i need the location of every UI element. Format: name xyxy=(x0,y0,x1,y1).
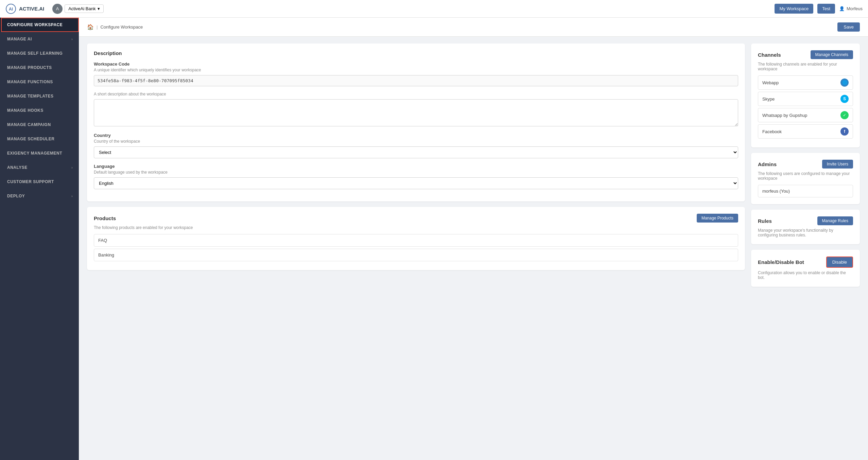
description-group: A short description about the workspace xyxy=(94,92,738,127)
products-header: Products Manage Products xyxy=(94,214,738,223)
sidebar-item-manage-products[interactable]: MANAGE PRODUCTS xyxy=(0,60,79,75)
products-card: Products Manage Products The following p… xyxy=(87,207,745,270)
products-hint: The following products are enabled for y… xyxy=(94,225,738,230)
channel-item-skype: Skype S xyxy=(758,92,853,106)
sidebar-label-exigency-management: EXIGENCY MANAGEMENT xyxy=(7,151,62,156)
admin-user-item: morfeus (You) xyxy=(758,185,853,197)
products-card-title: Products xyxy=(94,215,116,221)
workspace-code-label: Workspace Code xyxy=(94,61,738,67)
language-hint: Default language used by the workspace xyxy=(94,170,738,175)
workspace-selector[interactable]: A ActiveAi Bank ▾ xyxy=(52,4,104,14)
invite-users-button[interactable]: Invite Users xyxy=(822,160,853,169)
skype-icon: S xyxy=(840,95,849,103)
manage-rules-button[interactable]: Manage Rules xyxy=(817,216,853,225)
rules-card: Rules Manage Rules Manage your workspace… xyxy=(751,210,860,244)
rules-title: Rules xyxy=(758,218,772,224)
navbar: AI ACTIVE.AI A ActiveAi Bank ▾ My Worksp… xyxy=(0,0,868,18)
navbar-right: My Workspace Test 👤 Morfeus xyxy=(775,4,863,14)
description-textarea[interactable] xyxy=(94,99,738,126)
product-item-banking: Banking xyxy=(94,249,738,261)
breadcrumb: 🏠 | Configure Workspace Save xyxy=(79,18,868,37)
user-name-label: Morfeus xyxy=(847,6,863,11)
channels-header: Channels Manage Channels xyxy=(758,50,853,59)
content-area: Description Workspace Code A unique iden… xyxy=(79,37,868,294)
workspace-code-hint: A unique identifier which uniquely ident… xyxy=(94,68,738,72)
workspace-avatar: A xyxy=(52,4,63,14)
description-card-title: Description xyxy=(94,50,738,56)
rules-hint: Manage your workspace's functionality by… xyxy=(758,228,853,237)
app-title: ACTIVE.AI xyxy=(19,6,44,12)
sidebar-item-manage-functions[interactable]: MANAGE FUNCTIONS xyxy=(0,75,79,89)
sidebar-item-manage-scheduler[interactable]: MANAGE SCHEDULER xyxy=(0,132,79,146)
workspace-code-group: Workspace Code A unique identifier which… xyxy=(94,61,738,86)
channels-card: Channels Manage Channels The following c… xyxy=(751,43,860,147)
svg-text:AI: AI xyxy=(9,7,13,12)
sidebar-label-configure-workspace: CONFIGURE WORKSPACE xyxy=(7,22,63,27)
sidebar-label-manage-functions: MANAGE FUNCTIONS xyxy=(7,79,53,84)
country-label: Country xyxy=(94,133,738,138)
language-select[interactable]: English xyxy=(94,177,738,189)
country-group: Country Country of the workspace Select xyxy=(94,133,738,158)
right-column: Channels Manage Channels The following c… xyxy=(751,43,860,287)
description-hint: A short description about the workspace xyxy=(94,92,738,96)
country-select[interactable]: Select xyxy=(94,146,738,158)
manage-channels-button[interactable]: Manage Channels xyxy=(811,50,853,59)
description-card: Description Workspace Code A unique iden… xyxy=(87,43,745,201)
sidebar-label-manage-products: MANAGE PRODUCTS xyxy=(7,65,52,70)
app-logo: AI ACTIVE.AI xyxy=(5,3,44,14)
sidebar-item-configure-workspace[interactable]: CONFIGURE WORKSPACE xyxy=(0,18,79,32)
left-column: Description Workspace Code A unique iden… xyxy=(87,43,745,287)
sidebar-label-manage-scheduler: MANAGE SCHEDULER xyxy=(7,137,54,141)
bot-card: Enable/Disable Bot Disable Configuration… xyxy=(751,250,860,287)
sidebar-item-manage-hooks[interactable]: MANAGE HOOKS xyxy=(0,103,79,118)
language-group: Language Default language used by the wo… xyxy=(94,164,738,189)
chevron-right-icon: › xyxy=(71,37,73,41)
sidebar-item-analyse[interactable]: ANALYSE › xyxy=(0,160,79,175)
sidebar-item-manage-ai[interactable]: MANAGE AI › xyxy=(0,32,79,46)
bot-header: Enable/Disable Bot Disable xyxy=(758,256,853,268)
webapp-icon: 🌐 xyxy=(840,78,849,87)
chevron-right-icon-analyse: › xyxy=(71,166,73,170)
disable-bot-button[interactable]: Disable xyxy=(826,256,853,268)
channel-label-facebook: Facebook xyxy=(762,129,782,134)
sidebar-item-manage-campaign[interactable]: MANAGE CAMPAIGN xyxy=(0,118,79,132)
sidebar-label-manage-ai: MANAGE AI xyxy=(7,37,32,41)
bot-hint: Configuration allows you to enable or di… xyxy=(758,270,853,280)
breadcrumb-current-page: Configure Workspace xyxy=(100,24,143,30)
main-content: 🏠 | Configure Workspace Save Description… xyxy=(79,18,868,460)
save-button[interactable]: Save xyxy=(837,22,860,32)
home-icon[interactable]: 🏠 xyxy=(87,24,94,30)
sidebar-item-manage-self-learning[interactable]: MANAGE SELF LEARNING xyxy=(0,46,79,60)
sidebar-item-deploy[interactable]: DEPLOY › xyxy=(0,189,79,203)
channel-label-whatsapp: Whatsapp by Gupshup xyxy=(762,113,807,118)
my-workspace-button[interactable]: My Workspace xyxy=(775,4,813,14)
logo-icon: AI xyxy=(5,3,16,14)
manage-products-button[interactable]: Manage Products xyxy=(697,214,738,223)
bot-title: Enable/Disable Bot xyxy=(758,259,804,265)
breadcrumb-separator: | xyxy=(97,24,98,30)
sidebar-item-manage-templates[interactable]: MANAGE TEMPLATES xyxy=(0,89,79,103)
sidebar-item-customer-support[interactable]: CUSTOMER SUPPORT xyxy=(0,175,79,189)
country-hint: Country of the workspace xyxy=(94,139,738,144)
sidebar: CONFIGURE WORKSPACE MANAGE AI › MANAGE S… xyxy=(0,18,79,460)
user-avatar-icon: 👤 xyxy=(839,6,845,11)
admins-title: Admins xyxy=(758,161,777,167)
facebook-icon: f xyxy=(840,127,849,136)
workspace-name-button[interactable]: ActiveAi Bank ▾ xyxy=(65,4,104,13)
channels-title: Channels xyxy=(758,52,781,58)
sidebar-label-manage-campaign: MANAGE CAMPAIGN xyxy=(7,122,51,127)
channel-item-facebook: Facebook f xyxy=(758,124,853,139)
whatsapp-icon: ✓ xyxy=(840,111,849,119)
sidebar-label-manage-self-learning: MANAGE SELF LEARNING xyxy=(7,51,63,56)
sidebar-item-exigency-management[interactable]: EXIGENCY MANAGEMENT xyxy=(0,146,79,160)
channel-label-webapp: Webapp xyxy=(762,80,779,85)
test-button[interactable]: Test xyxy=(817,4,835,14)
admins-card: Admins Invite Users The following users … xyxy=(751,153,860,204)
workspace-code-input[interactable] xyxy=(94,75,738,86)
channels-hint: The following channels are enabled for y… xyxy=(758,62,853,71)
sidebar-label-deploy: DEPLOY xyxy=(7,194,25,198)
workspace-name-label: ActiveAi Bank xyxy=(68,6,96,11)
workspace-chevron-icon: ▾ xyxy=(98,6,100,11)
sidebar-label-analyse: ANALYSE xyxy=(7,165,28,170)
chevron-right-icon-deploy: › xyxy=(71,194,73,198)
